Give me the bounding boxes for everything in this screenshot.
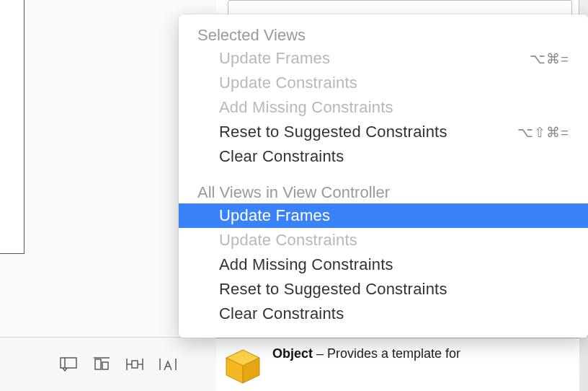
object-title: Object [272, 346, 313, 361]
menu-item-update-frames-selected: Update Frames ⌥⌘= [179, 46, 588, 71]
menu-item-label: Reset to Suggested Constraints [219, 280, 447, 299]
menu-item-label: Clear Constraints [219, 304, 344, 323]
object-cube-icon [222, 346, 264, 387]
menu-item-reset-suggested-selected[interactable]: Reset to Suggested Constraints ⌥⇧⌘= [179, 120, 588, 144]
object-library-label: Object – Provides a template for [272, 346, 460, 362]
menu-item-shortcut: ⌥⇧⌘= [517, 124, 569, 141]
menu-item-label: Add Missing Constraints [219, 98, 393, 117]
object-library-row[interactable]: Object – Provides a template for [216, 338, 579, 391]
svg-rect-2 [102, 362, 108, 369]
pin-button[interactable] [122, 354, 147, 374]
menu-item-update-constraints-all: Update Constraints [179, 228, 588, 252]
menu-item-label: Update Constraints [219, 74, 357, 92]
menu-item-clear-constraints-selected[interactable]: Clear Constraints [179, 144, 588, 169]
menu-item-label: Update Frames [219, 49, 330, 68]
menu-section-header-selected: Selected Views [179, 25, 588, 46]
svg-rect-3 [132, 361, 138, 368]
view-controller-frame[interactable] [0, 0, 24, 254]
menu-item-label: Update Constraints [219, 231, 357, 250]
menu-item-update-constraints-selected: Update Constraints [179, 71, 588, 95]
menu-item-label: Update Frames [219, 206, 330, 225]
menu-divider [179, 169, 588, 182]
menu-item-shortcut: ⌥⌘= [530, 50, 569, 67]
svg-rect-1 [95, 359, 101, 369]
menu-item-clear-constraints-all[interactable]: Clear Constraints [179, 302, 588, 326]
menu-item-label: Add Missing Constraints [219, 255, 393, 274]
resolve-auto-layout-menu[interactable]: Selected Views Update Frames ⌥⌘= Update … [179, 14, 588, 338]
svg-rect-0 [61, 358, 76, 368]
menu-item-add-missing-selected: Add Missing Constraints [179, 95, 588, 120]
menu-item-reset-suggested-all[interactable]: Reset to Suggested Constraints [179, 277, 588, 302]
menu-item-label: Reset to Suggested Constraints [219, 123, 447, 141]
embed-in-stack-button[interactable] [56, 354, 81, 374]
menu-item-update-frames-all[interactable]: Update Frames [179, 203, 588, 228]
resolve-issues-button[interactable] [156, 354, 180, 374]
object-desc: – Provides a template for [313, 346, 460, 361]
menu-section-header-all: All Views in View Controller [179, 182, 588, 203]
menu-item-label: Clear Constraints [219, 147, 344, 166]
menu-item-add-missing-all[interactable]: Add Missing Constraints [179, 252, 588, 277]
align-button[interactable] [89, 354, 114, 374]
